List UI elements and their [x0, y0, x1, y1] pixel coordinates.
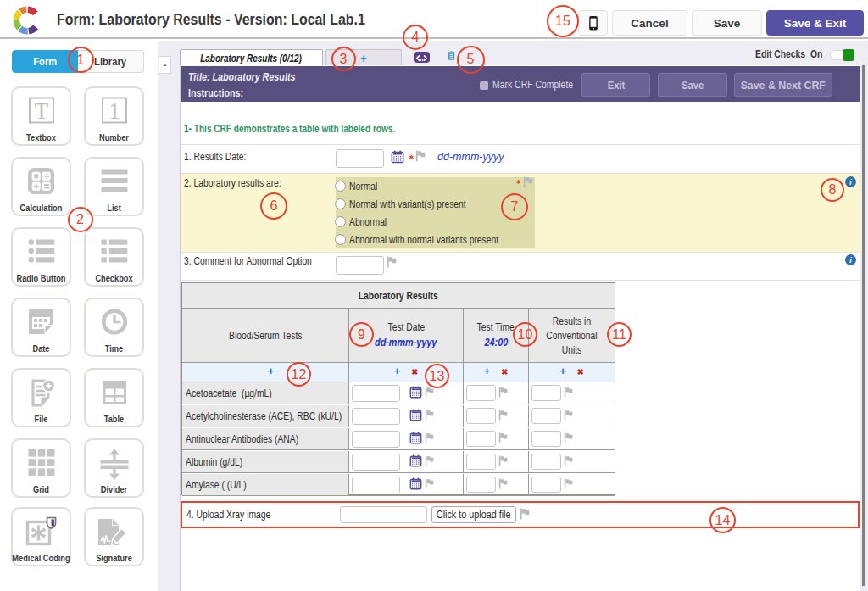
svg-text:1: 1: [108, 98, 120, 124]
svg-text:T: T: [34, 98, 48, 124]
